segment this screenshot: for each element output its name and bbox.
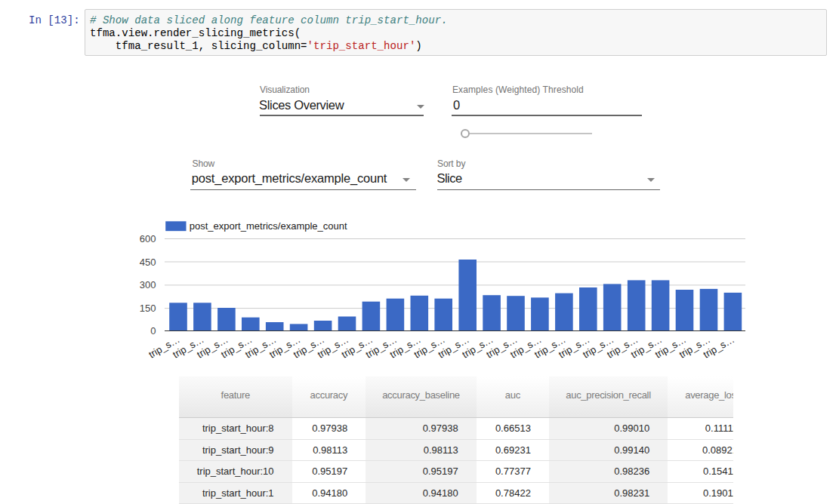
svg-text:600: 600 bbox=[140, 233, 156, 244]
svg-text:150: 150 bbox=[140, 303, 156, 314]
svg-text:450: 450 bbox=[140, 257, 156, 268]
svg-text:post_export_metrics/example_co: post_export_metrics/example_count bbox=[190, 220, 347, 232]
svg-text:300: 300 bbox=[140, 279, 156, 290]
svg-text:0: 0 bbox=[150, 325, 156, 337]
